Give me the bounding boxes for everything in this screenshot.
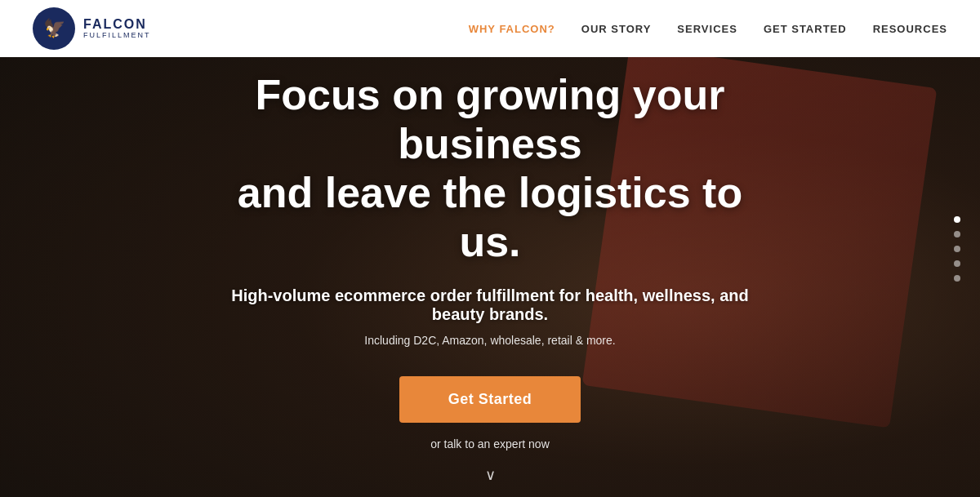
hero-subtitle: High-volume ecommerce order fulfillment … — [204, 286, 776, 324]
scroll-down-indicator[interactable]: ∨ — [485, 466, 496, 484]
logo-brand-name: FALCON — [83, 17, 151, 32]
slide-dot-1[interactable] — [954, 216, 960, 223]
expert-link[interactable]: or talk to an expert now — [204, 437, 776, 450]
hero-title-line2: and leave the logistics to us. — [238, 169, 742, 265]
slide-dot-4[interactable] — [954, 260, 960, 267]
logo-brand-sub: FULFILLMENT — [83, 32, 151, 40]
main-nav: WHY FALCON? OUR STORY SERVICES GET START… — [469, 23, 947, 35]
logo[interactable]: 🦅 FALCON FULFILLMENT — [33, 7, 151, 50]
slide-dots — [954, 216, 960, 282]
hero-title-line1: Focus on growing your business — [256, 71, 725, 167]
nav-item-resources[interactable]: RESOURCES — [873, 23, 947, 35]
chevron-down-icon: ∨ — [485, 467, 496, 483]
slide-dot-3[interactable] — [954, 246, 960, 252]
site-header: 🦅 FALCON FULFILLMENT WHY FALCON? OUR STO… — [0, 0, 980, 57]
logo-bird-icon: 🦅 — [43, 18, 65, 39]
nav-item-our-story[interactable]: OUR STORY — [581, 23, 652, 35]
logo-text-block: FALCON FULFILLMENT — [83, 17, 151, 39]
hero-detail: Including D2C, Amazon, wholesale, retail… — [204, 334, 776, 347]
nav-item-services[interactable]: SERVICES — [677, 23, 737, 35]
nav-item-why-falcon[interactable]: WHY FALCON? — [469, 23, 555, 35]
slide-dot-5[interactable] — [954, 275, 960, 282]
hero-content: Focus on growing your business and leave… — [204, 22, 776, 474]
hero-section: Focus on growing your business and leave… — [0, 0, 980, 497]
get-started-button[interactable]: Get Started — [399, 376, 581, 423]
nav-item-get-started[interactable]: GET STARTED — [764, 23, 847, 35]
logo-circle: 🦅 — [33, 7, 75, 50]
hero-title: Focus on growing your business and leave… — [204, 71, 776, 266]
slide-dot-2[interactable] — [954, 231, 960, 237]
